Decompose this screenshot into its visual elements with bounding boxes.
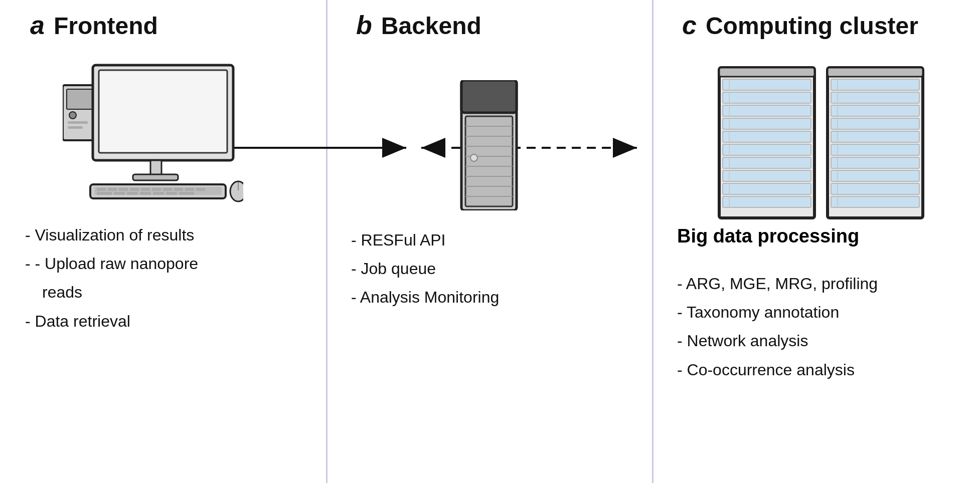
svg-rect-19 (119, 188, 128, 191)
svg-rect-31 (153, 192, 164, 195)
svg-rect-81 (831, 196, 919, 207)
svg-rect-26 (196, 188, 205, 191)
svg-point-34 (230, 181, 243, 201)
svg-rect-77 (831, 144, 919, 155)
diagram-container: a Frontend (0, 0, 980, 483)
svg-rect-30 (140, 192, 151, 195)
col-a-text: Visualization of results - Upload raw na… (0, 222, 198, 337)
svg-rect-50 (723, 79, 811, 90)
svg-rect-27 (97, 192, 112, 195)
section-title-b: Backend (381, 12, 481, 40)
col-computing: c Computing cluster (652, 0, 980, 483)
svg-rect-22 (152, 188, 161, 191)
svg-rect-57 (723, 170, 811, 181)
svg-rect-73 (831, 92, 919, 103)
feature-b-3: Analysis Monitoring (351, 285, 499, 310)
computer-svg (63, 55, 243, 205)
svg-rect-23 (163, 188, 172, 191)
section-letter-c: c (682, 10, 697, 40)
svg-rect-17 (97, 188, 106, 191)
svg-rect-75 (831, 118, 919, 129)
svg-rect-52 (723, 105, 811, 116)
server-rack-icon (717, 65, 925, 220)
svg-rect-56 (723, 157, 811, 168)
rack-1-svg (717, 65, 817, 220)
section-title-c: Computing cluster (706, 12, 918, 40)
feature-a-3: Data retrieval (25, 309, 198, 334)
svg-rect-32 (166, 192, 177, 195)
svg-rect-79 (831, 170, 919, 181)
svg-rect-51 (723, 92, 811, 103)
feature-a-2: - Upload raw nanopore (25, 251, 198, 277)
svg-rect-78 (831, 157, 919, 168)
svg-rect-18 (108, 188, 117, 191)
col-b-text: RESFul API Job queue Analysis Monitoring (326, 227, 499, 314)
col-c-text: ARG, MGE, MRG, profiling Taxonomy annota… (652, 271, 878, 386)
svg-rect-59 (723, 196, 811, 207)
svg-rect-13 (150, 160, 161, 175)
svg-rect-55 (723, 144, 811, 155)
svg-rect-54 (723, 131, 811, 142)
svg-rect-58 (723, 183, 811, 194)
svg-rect-37 (461, 80, 517, 113)
feature-b-1: RESFul API (351, 227, 499, 253)
svg-point-47 (470, 154, 477, 161)
svg-rect-33 (179, 192, 194, 195)
svg-rect-49 (719, 68, 814, 77)
rack-2-svg (825, 65, 925, 220)
svg-rect-9 (68, 121, 88, 124)
server-icon (446, 80, 532, 212)
svg-rect-24 (174, 188, 183, 191)
server-svg (446, 80, 532, 210)
svg-rect-71 (828, 68, 923, 77)
svg-point-8 (69, 112, 76, 119)
svg-rect-53 (723, 118, 811, 129)
svg-rect-28 (114, 192, 125, 195)
svg-rect-72 (831, 79, 919, 90)
feature-a-1: Visualization of results (25, 222, 198, 248)
svg-rect-10 (68, 126, 83, 129)
feature-c-2: Taxonomy annotation (677, 300, 878, 325)
section-letter-b: b (356, 10, 372, 40)
feature-c-1: ARG, MGE, MRG, profiling (677, 271, 878, 297)
big-data-title: Big data processing (652, 225, 859, 247)
feature-a-2b: reads (25, 280, 198, 305)
feature-c-4: Co-occurrence analysis (677, 357, 878, 383)
col-frontend: a Frontend (0, 0, 326, 483)
section-label-c: c Computing cluster (652, 10, 918, 40)
svg-rect-25 (185, 188, 194, 191)
svg-rect-29 (127, 192, 138, 195)
section-letter-a: a (30, 10, 45, 40)
section-label-b: b Backend (326, 10, 481, 40)
svg-rect-74 (831, 105, 919, 116)
svg-rect-20 (130, 188, 139, 191)
col-backend: b Backend (326, 0, 652, 483)
feature-c-3: Network analysis (677, 328, 878, 354)
svg-rect-76 (831, 131, 919, 142)
computer-icon (63, 55, 243, 207)
svg-rect-14 (133, 174, 178, 180)
svg-rect-80 (831, 183, 919, 194)
svg-rect-21 (141, 188, 150, 191)
section-label-a: a Frontend (0, 10, 158, 40)
svg-rect-12 (99, 70, 227, 153)
section-title-a: Frontend (54, 12, 158, 40)
feature-b-2: Job queue (351, 256, 499, 282)
